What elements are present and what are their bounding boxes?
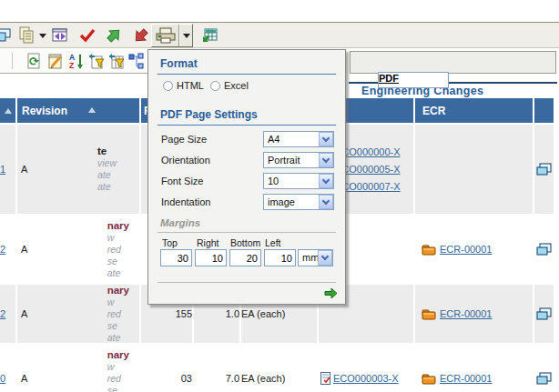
folder-icon [422, 373, 436, 385]
print-icon[interactable] [155, 26, 177, 45]
eco-link[interactable]: ECO000003-X [333, 373, 399, 384]
ecr-link[interactable]: ECR-00001 [440, 373, 492, 384]
export-table-icon[interactable] [200, 26, 219, 45]
margin-left-input[interactable] [264, 249, 296, 266]
table-row: 0 A nary w red se ate 03 7.0 EA (each) E… [0, 345, 554, 392]
filter-page-icon[interactable] [87, 52, 106, 70]
sort-asc-icon [88, 107, 96, 113]
swap-window-icon[interactable] [51, 26, 69, 45]
folder-icon [422, 244, 436, 256]
lifecycle-phase: nary w red se ate [107, 285, 129, 344]
margin-bottom-input[interactable] [229, 249, 261, 266]
page-size-label: Page Size [161, 134, 207, 145]
divider [158, 282, 336, 283]
table-toolbar-right-panel [350, 51, 556, 74]
copy-dropdown-caret[interactable] [37, 26, 48, 45]
filter-table-icon[interactable] [107, 52, 126, 70]
chevron-down-icon[interactable] [319, 132, 333, 146]
margin-left-label: Left [265, 237, 281, 248]
print-button-group [151, 24, 193, 47]
find-num-value: 03 [141, 345, 192, 392]
font-size-select[interactable]: 10 [263, 173, 334, 189]
font-size-label: Font Size [161, 176, 203, 186]
approve-check-icon[interactable] [78, 26, 97, 45]
window-cascade-icon[interactable] [0, 26, 12, 45]
revision-value: A [21, 244, 27, 255]
margin-unit-select[interactable]: mm [298, 249, 333, 266]
application-window: ⟳ AZ Engineering Changes Revision F [0, 0, 559, 392]
margin-top-label: Top [162, 237, 178, 248]
open-in-window-icon[interactable] [536, 243, 552, 256]
column-header-revision[interactable]: Revision [17, 98, 139, 123]
column-header-ecr: ECR [415, 98, 533, 123]
item-number-link[interactable]: 1 [0, 164, 5, 175]
item-number-link[interactable]: 2 [0, 308, 5, 319]
pdf-settings-section-title: PDF Page Settings [160, 108, 258, 121]
margin-right-input[interactable] [195, 249, 227, 266]
format-section-title: Format [160, 57, 198, 70]
svg-text:⟳: ⟳ [29, 55, 39, 68]
column-header-actions [534, 98, 554, 123]
svg-text:Z: Z [69, 61, 74, 70]
demote-arrow-icon[interactable] [132, 26, 150, 45]
sort-asc-icon [5, 108, 12, 114]
revision-value: A [21, 308, 27, 319]
sort-az-icon[interactable]: AZ [67, 52, 86, 70]
edit-icon[interactable] [46, 52, 65, 70]
divider [158, 232, 336, 233]
open-in-window-icon[interactable] [536, 307, 552, 321]
toolbar-divider [0, 73, 148, 74]
column-header-item[interactable] [0, 98, 15, 123]
ecr-link[interactable]: ECR-00001 [440, 244, 492, 255]
print-format-dialog: Format HTML Excel PDF PDF Page Settings … [147, 49, 346, 305]
indentation-select[interactable]: image [263, 194, 334, 210]
indentation-label: Indentation [161, 196, 210, 207]
margin-top-input[interactable] [160, 249, 192, 266]
lifecycle-phase: nary w red se ate [107, 349, 129, 392]
copy-icon[interactable] [17, 26, 36, 45]
chevron-down-icon[interactable] [318, 250, 332, 266]
divider [158, 74, 336, 75]
toolbar-grip [12, 53, 13, 69]
lifecycle-phase: nary w red se ate [107, 220, 129, 279]
chevron-down-icon[interactable] [319, 153, 333, 167]
main-toolbar [0, 22, 559, 48]
radio-option-html[interactable]: HTML [163, 80, 204, 91]
promote-arrow-icon[interactable] [105, 26, 123, 45]
radio-option-excel[interactable]: Excel [210, 80, 249, 91]
format-options: HTML Excel PDF [148, 80, 347, 93]
open-in-window-icon[interactable] [536, 163, 552, 176]
divider [158, 125, 336, 126]
print-dropdown-caret[interactable] [180, 26, 193, 45]
ecr-link[interactable]: ECR-00001 [440, 308, 492, 319]
radio-icon[interactable] [210, 81, 220, 91]
lifecycle-phase: te view ate ate [97, 146, 117, 193]
open-in-window-icon[interactable] [536, 372, 552, 386]
revision-value: A [21, 164, 27, 175]
uom-value: EA (each) [241, 345, 317, 392]
page-size-select[interactable]: A4 [263, 131, 334, 147]
submit-arrow-button[interactable] [324, 287, 338, 299]
orientation-select[interactable]: Portrait [263, 152, 334, 168]
margin-right-label: Right [197, 237, 219, 248]
margins-section-title: Margins [160, 217, 200, 228]
orientation-label: Orientation [161, 155, 210, 166]
folder-icon [422, 308, 436, 320]
change-order-icon [320, 372, 330, 385]
chevron-down-icon[interactable] [319, 195, 333, 209]
item-number-link[interactable]: 0 [0, 373, 5, 384]
item-number-link[interactable]: 2 [0, 244, 5, 255]
chevron-down-icon[interactable] [319, 174, 333, 188]
hierarchy-icon[interactable] [127, 52, 146, 70]
revision-value: A [21, 373, 27, 384]
qty-value: 7.0 [194, 345, 239, 392]
refresh-icon[interactable]: ⟳ [25, 52, 43, 70]
margin-bottom-label: Bottom [230, 237, 260, 248]
radio-icon[interactable] [163, 81, 173, 91]
